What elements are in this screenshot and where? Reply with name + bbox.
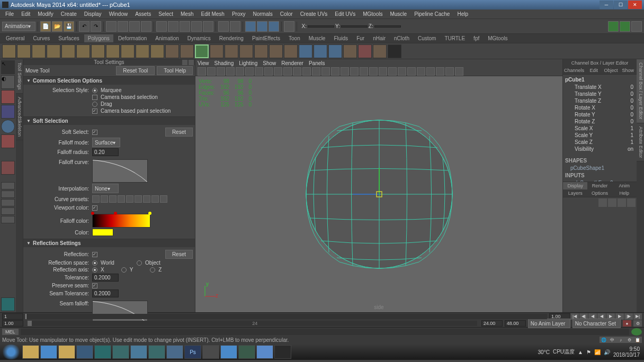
task-app9[interactable] <box>256 345 273 359</box>
shelf-tab-ncloth[interactable]: nCloth <box>390 34 413 42</box>
task-app4[interactable] <box>148 345 165 359</box>
shelf-tab-fluids[interactable]: Fluids <box>330 34 352 42</box>
autokey-button[interactable]: ● <box>623 320 631 327</box>
vp-tool-11[interactable] <box>302 67 311 76</box>
shelf-tab-fpf[interactable]: fpf <box>470 34 483 42</box>
select-button[interactable] <box>106 21 117 32</box>
select-component-button[interactable] <box>141 21 151 32</box>
attr-scale-y[interactable]: Scale Y1 <box>564 132 636 139</box>
menu-muscle[interactable]: Muscle <box>387 10 410 18</box>
viewport-canvas[interactable]: y z side <box>195 76 562 312</box>
shelf-tab-surfaces[interactable]: Surfaces <box>55 34 83 42</box>
shape-item[interactable]: pCubeShape1 <box>564 165 636 171</box>
shelf-button-14[interactable] <box>210 44 223 58</box>
sidebar-toggle-1[interactable] <box>608 21 619 32</box>
tray-volume-icon[interactable]: 🔊 <box>604 349 610 355</box>
shelf-button-24[interactable] <box>358 44 372 58</box>
vp-tool-4[interactable] <box>236 67 244 76</box>
vp-tool-1[interactable] <box>207 67 216 76</box>
reflection-header[interactable]: Reflection Settings <box>23 239 195 247</box>
task-app2[interactable] <box>112 345 129 359</box>
task-ps[interactable]: Ps <box>184 345 201 359</box>
right-tab-1[interactable]: Attribute Editor <box>637 123 644 162</box>
status-icon-1[interactable]: 🌐 <box>600 337 608 343</box>
shelf-tab-curves[interactable]: Curves <box>30 34 54 42</box>
vp-tool-8[interactable] <box>274 67 282 76</box>
vp-menu-view[interactable]: View <box>198 60 209 66</box>
status-icon-5[interactable]: 📋 <box>633 337 642 343</box>
snap-live-button[interactable] <box>203 21 213 32</box>
shelf-button-15[interactable] <box>225 44 238 58</box>
shelf-button-12[interactable] <box>180 44 194 58</box>
range-end2-input[interactable] <box>505 320 526 327</box>
step-forward-button[interactable]: |▶ <box>624 313 633 320</box>
shelf-tab-nhair[interactable]: nHair <box>369 34 389 42</box>
sidebar-toggle-2[interactable] <box>620 21 630 32</box>
menu-help[interactable]: Help <box>454 10 471 18</box>
shelf-tab-animation[interactable]: Animation <box>151 34 182 42</box>
tray-network-icon[interactable]: 📶 <box>594 349 601 355</box>
right-tab-0[interactable]: Channel Box / Layer Editor <box>637 59 644 123</box>
shelf-button-11[interactable] <box>165 44 179 58</box>
falloff-mode-dropdown[interactable]: Surface ▾ <box>92 138 120 147</box>
x-field[interactable] <box>308 25 334 28</box>
vp-tool-15[interactable] <box>341 67 349 76</box>
color-swatch[interactable] <box>92 229 113 236</box>
task-app1[interactable] <box>76 345 93 359</box>
shelf-button-25[interactable] <box>373 44 387 58</box>
cmd-lang-label[interactable]: MEL <box>2 329 19 335</box>
menu-assets[interactable]: Assets <box>132 10 154 18</box>
time-track[interactable] <box>25 314 547 319</box>
task-app5[interactable] <box>166 345 183 359</box>
vp-tool-25[interactable] <box>436 67 444 76</box>
vp-tool-27[interactable] <box>455 67 463 76</box>
tray-up-icon[interactable]: ▲ <box>578 349 583 355</box>
shelf-tab-painteffects[interactable]: PaintEffects <box>248 34 284 42</box>
layer-tab-display[interactable]: Display <box>563 182 587 189</box>
shelf-tab-custom[interactable]: Custom <box>414 34 440 42</box>
shelf-button-0[interactable] <box>2 44 16 58</box>
attr-rotate-y[interactable]: Rotate Y0 <box>564 111 636 118</box>
status-icon-2[interactable]: 中 <box>608 337 616 343</box>
tolerance-input[interactable] <box>92 274 119 282</box>
vp-tool-6[interactable] <box>255 67 263 76</box>
attr-translate-x[interactable]: Translate X0 <box>564 84 636 91</box>
shelf-tab-toon[interactable]: Toon <box>285 34 304 42</box>
maximize-button[interactable]: ☐ <box>614 1 628 9</box>
vp-tool-12[interactable] <box>312 67 320 76</box>
sidebar-toggle-3[interactable] <box>631 21 642 32</box>
task-maya[interactable] <box>94 345 111 359</box>
preset-9[interactable] <box>160 195 167 203</box>
menu-color[interactable]: Color <box>277 10 296 18</box>
construction-button[interactable] <box>230 21 240 32</box>
attr-visibility[interactable]: Visibilityon <box>564 146 636 152</box>
reset-tool-button[interactable]: Reset Tool <box>116 66 155 75</box>
shelf-tab-rendering[interactable]: Rendering <box>216 34 247 42</box>
camera-paint-checkbox[interactable] <box>92 108 97 114</box>
vp-tool-16[interactable] <box>350 67 359 76</box>
rotate-tool[interactable] <box>1 120 15 133</box>
open-scene-button[interactable]: 📂 <box>52 21 62 32</box>
select-hier-button[interactable] <box>118 21 128 32</box>
layer-menu-layers[interactable]: Layers <box>563 189 587 197</box>
shelf-button-1[interactable] <box>17 44 31 58</box>
menu-proxy[interactable]: Proxy <box>229 10 249 18</box>
scale-tool[interactable] <box>1 134 15 148</box>
vp-tool-18[interactable] <box>369 67 378 76</box>
vp-tool-21[interactable] <box>398 67 406 76</box>
shelf-button-5[interactable] <box>76 44 90 58</box>
range-end1-input[interactable] <box>481 320 503 327</box>
vp-tool-22[interactable] <box>407 67 416 76</box>
world-radio[interactable] <box>92 260 97 266</box>
undo-button[interactable]: ↶ <box>79 21 90 32</box>
object-radio[interactable] <box>137 260 142 266</box>
range-slider[interactable]: 24 No Anim Layer No Character Set ● ⚙ <box>0 320 644 327</box>
marquee-radio[interactable] <box>92 88 97 93</box>
vp-menu-renderer[interactable]: Renderer <box>281 60 303 66</box>
render-settings-button[interactable] <box>269 21 279 32</box>
vp-tool-19[interactable] <box>379 67 387 76</box>
task-folder[interactable] <box>58 345 75 359</box>
y-radio[interactable] <box>121 267 127 273</box>
preset-6[interactable] <box>135 195 142 203</box>
shelf-button-8[interactable] <box>121 44 135 58</box>
